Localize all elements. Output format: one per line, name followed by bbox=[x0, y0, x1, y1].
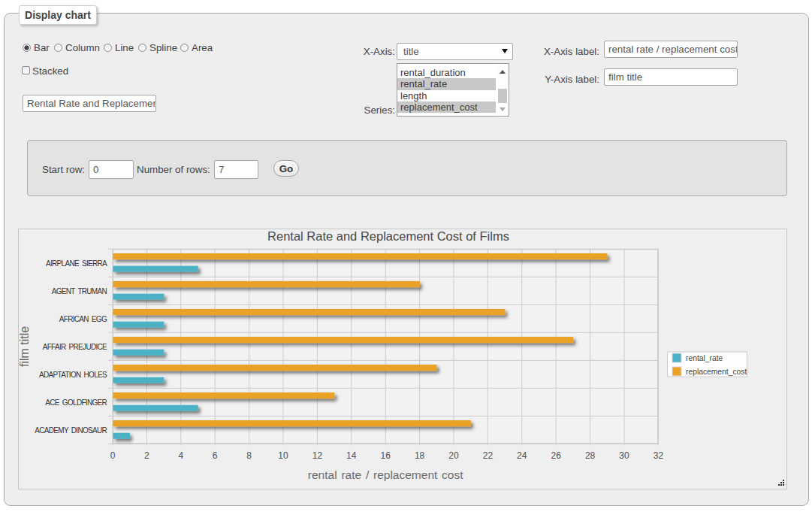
svg-text:AIRPLANE SIERRA: AIRPLANE SIERRA bbox=[46, 259, 107, 268]
svg-text:14: 14 bbox=[346, 450, 357, 461]
svg-text:28: 28 bbox=[585, 450, 596, 461]
svg-text:8: 8 bbox=[246, 450, 252, 461]
svg-text:6: 6 bbox=[213, 450, 218, 461]
svg-text:AFRICAN EGG: AFRICAN EGG bbox=[59, 315, 107, 323]
svg-text:24: 24 bbox=[517, 450, 527, 461]
svg-text:20: 20 bbox=[448, 450, 459, 461]
svg-text:30: 30 bbox=[619, 450, 629, 461]
svg-text:10: 10 bbox=[278, 450, 288, 461]
svg-text:ACADEMY DINOSAUR: ACADEMY DINOSAUR bbox=[35, 426, 107, 435]
svg-text:rental_rate: rental_rate bbox=[686, 354, 723, 362]
svg-text:Rental Rate and Replacement Co: Rental Rate and Replacement Cost of Film… bbox=[267, 229, 509, 243]
svg-text:2: 2 bbox=[144, 450, 149, 461]
svg-text:AFFAIR PREJUDICE: AFFAIR PREJUDICE bbox=[43, 343, 107, 351]
svg-text:film title: film title bbox=[18, 326, 31, 367]
svg-text:AGENT TRUMAN: AGENT TRUMAN bbox=[52, 287, 107, 295]
svg-text:26: 26 bbox=[551, 450, 562, 461]
svg-text:16: 16 bbox=[381, 450, 391, 461]
svg-text:4: 4 bbox=[178, 450, 183, 461]
svg-text:rental rate / replacement cost: rental rate / replacement cost bbox=[308, 468, 463, 481]
svg-text:ADAPTATION HOLES: ADAPTATION HOLES bbox=[39, 371, 107, 379]
svg-text:12: 12 bbox=[312, 450, 323, 461]
svg-text:22: 22 bbox=[483, 450, 494, 461]
svg-text:18: 18 bbox=[415, 450, 425, 461]
svg-text:ACE GOLDFINGER: ACE GOLDFINGER bbox=[45, 398, 107, 407]
svg-text:0: 0 bbox=[110, 450, 116, 461]
svg-text:32: 32 bbox=[654, 450, 664, 461]
svg-text:replacement_cost: replacement_cost bbox=[686, 368, 747, 376]
